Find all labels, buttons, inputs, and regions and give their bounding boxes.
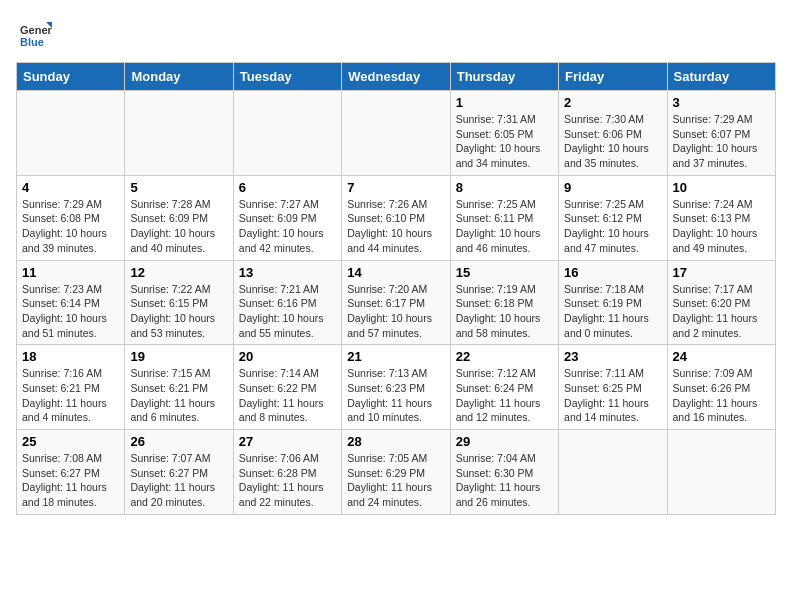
- day-number: 8: [456, 180, 553, 195]
- day-info: Sunrise: 7:19 AMSunset: 6:18 PMDaylight:…: [456, 282, 553, 341]
- day-info: Sunrise: 7:15 AMSunset: 6:21 PMDaylight:…: [130, 366, 227, 425]
- day-number: 16: [564, 265, 661, 280]
- day-info: Sunrise: 7:16 AMSunset: 6:21 PMDaylight:…: [22, 366, 119, 425]
- header-tuesday: Tuesday: [233, 63, 341, 91]
- day-info: Sunrise: 7:18 AMSunset: 6:19 PMDaylight:…: [564, 282, 661, 341]
- day-number: 15: [456, 265, 553, 280]
- day-number: 20: [239, 349, 336, 364]
- day-info: Sunrise: 7:12 AMSunset: 6:24 PMDaylight:…: [456, 366, 553, 425]
- day-info: Sunrise: 7:23 AMSunset: 6:14 PMDaylight:…: [22, 282, 119, 341]
- day-info: Sunrise: 7:25 AMSunset: 6:12 PMDaylight:…: [564, 197, 661, 256]
- calendar-week-row: 18Sunrise: 7:16 AMSunset: 6:21 PMDayligh…: [17, 345, 776, 430]
- calendar-cell: 11Sunrise: 7:23 AMSunset: 6:14 PMDayligh…: [17, 260, 125, 345]
- calendar-cell: 29Sunrise: 7:04 AMSunset: 6:30 PMDayligh…: [450, 430, 558, 515]
- calendar-cell: 3Sunrise: 7:29 AMSunset: 6:07 PMDaylight…: [667, 91, 775, 176]
- calendar-cell: [125, 91, 233, 176]
- logo-bird-icon: General Blue: [16, 16, 52, 52]
- day-number: 23: [564, 349, 661, 364]
- calendar-cell: 14Sunrise: 7:20 AMSunset: 6:17 PMDayligh…: [342, 260, 450, 345]
- day-info: Sunrise: 7:09 AMSunset: 6:26 PMDaylight:…: [673, 366, 770, 425]
- calendar-cell: 27Sunrise: 7:06 AMSunset: 6:28 PMDayligh…: [233, 430, 341, 515]
- calendar-cell: 16Sunrise: 7:18 AMSunset: 6:19 PMDayligh…: [559, 260, 667, 345]
- day-number: 27: [239, 434, 336, 449]
- day-info: Sunrise: 7:24 AMSunset: 6:13 PMDaylight:…: [673, 197, 770, 256]
- calendar-cell: 6Sunrise: 7:27 AMSunset: 6:09 PMDaylight…: [233, 175, 341, 260]
- day-number: 25: [22, 434, 119, 449]
- day-number: 4: [22, 180, 119, 195]
- svg-text:General: General: [20, 24, 52, 36]
- day-info: Sunrise: 7:05 AMSunset: 6:29 PMDaylight:…: [347, 451, 444, 510]
- day-number: 26: [130, 434, 227, 449]
- header-sunday: Sunday: [17, 63, 125, 91]
- day-info: Sunrise: 7:27 AMSunset: 6:09 PMDaylight:…: [239, 197, 336, 256]
- calendar-week-row: 4Sunrise: 7:29 AMSunset: 6:08 PMDaylight…: [17, 175, 776, 260]
- calendar-cell: 28Sunrise: 7:05 AMSunset: 6:29 PMDayligh…: [342, 430, 450, 515]
- header-thursday: Thursday: [450, 63, 558, 91]
- calendar-cell: 20Sunrise: 7:14 AMSunset: 6:22 PMDayligh…: [233, 345, 341, 430]
- day-info: Sunrise: 7:04 AMSunset: 6:30 PMDaylight:…: [456, 451, 553, 510]
- calendar-week-row: 11Sunrise: 7:23 AMSunset: 6:14 PMDayligh…: [17, 260, 776, 345]
- svg-text:Blue: Blue: [20, 36, 44, 48]
- day-number: 12: [130, 265, 227, 280]
- calendar-cell: 7Sunrise: 7:26 AMSunset: 6:10 PMDaylight…: [342, 175, 450, 260]
- header-monday: Monday: [125, 63, 233, 91]
- day-info: Sunrise: 7:31 AMSunset: 6:05 PMDaylight:…: [456, 112, 553, 171]
- day-number: 3: [673, 95, 770, 110]
- day-number: 19: [130, 349, 227, 364]
- header-wednesday: Wednesday: [342, 63, 450, 91]
- calendar-cell: 22Sunrise: 7:12 AMSunset: 6:24 PMDayligh…: [450, 345, 558, 430]
- calendar-cell: 1Sunrise: 7:31 AMSunset: 6:05 PMDaylight…: [450, 91, 558, 176]
- day-number: 9: [564, 180, 661, 195]
- calendar-cell: 18Sunrise: 7:16 AMSunset: 6:21 PMDayligh…: [17, 345, 125, 430]
- day-number: 24: [673, 349, 770, 364]
- day-number: 21: [347, 349, 444, 364]
- day-info: Sunrise: 7:07 AMSunset: 6:27 PMDaylight:…: [130, 451, 227, 510]
- day-info: Sunrise: 7:29 AMSunset: 6:07 PMDaylight:…: [673, 112, 770, 171]
- day-info: Sunrise: 7:20 AMSunset: 6:17 PMDaylight:…: [347, 282, 444, 341]
- calendar-header-row: SundayMondayTuesdayWednesdayThursdayFrid…: [17, 63, 776, 91]
- day-info: Sunrise: 7:30 AMSunset: 6:06 PMDaylight:…: [564, 112, 661, 171]
- day-info: Sunrise: 7:06 AMSunset: 6:28 PMDaylight:…: [239, 451, 336, 510]
- calendar-week-row: 1Sunrise: 7:31 AMSunset: 6:05 PMDaylight…: [17, 91, 776, 176]
- calendar-week-row: 25Sunrise: 7:08 AMSunset: 6:27 PMDayligh…: [17, 430, 776, 515]
- calendar-cell: 13Sunrise: 7:21 AMSunset: 6:16 PMDayligh…: [233, 260, 341, 345]
- day-info: Sunrise: 7:14 AMSunset: 6:22 PMDaylight:…: [239, 366, 336, 425]
- calendar-cell: 12Sunrise: 7:22 AMSunset: 6:15 PMDayligh…: [125, 260, 233, 345]
- day-number: 7: [347, 180, 444, 195]
- day-number: 17: [673, 265, 770, 280]
- calendar-cell: 5Sunrise: 7:28 AMSunset: 6:09 PMDaylight…: [125, 175, 233, 260]
- day-number: 2: [564, 95, 661, 110]
- calendar-cell: 26Sunrise: 7:07 AMSunset: 6:27 PMDayligh…: [125, 430, 233, 515]
- day-number: 14: [347, 265, 444, 280]
- day-info: Sunrise: 7:26 AMSunset: 6:10 PMDaylight:…: [347, 197, 444, 256]
- day-info: Sunrise: 7:25 AMSunset: 6:11 PMDaylight:…: [456, 197, 553, 256]
- calendar-cell: [667, 430, 775, 515]
- day-number: 11: [22, 265, 119, 280]
- day-number: 13: [239, 265, 336, 280]
- day-number: 10: [673, 180, 770, 195]
- calendar-table: SundayMondayTuesdayWednesdayThursdayFrid…: [16, 62, 776, 515]
- day-info: Sunrise: 7:21 AMSunset: 6:16 PMDaylight:…: [239, 282, 336, 341]
- calendar-cell: 17Sunrise: 7:17 AMSunset: 6:20 PMDayligh…: [667, 260, 775, 345]
- header-saturday: Saturday: [667, 63, 775, 91]
- calendar-cell: 21Sunrise: 7:13 AMSunset: 6:23 PMDayligh…: [342, 345, 450, 430]
- day-number: 22: [456, 349, 553, 364]
- day-info: Sunrise: 7:28 AMSunset: 6:09 PMDaylight:…: [130, 197, 227, 256]
- calendar-cell: [559, 430, 667, 515]
- day-number: 1: [456, 95, 553, 110]
- day-number: 6: [239, 180, 336, 195]
- day-number: 18: [22, 349, 119, 364]
- calendar-cell: [233, 91, 341, 176]
- day-info: Sunrise: 7:11 AMSunset: 6:25 PMDaylight:…: [564, 366, 661, 425]
- day-info: Sunrise: 7:29 AMSunset: 6:08 PMDaylight:…: [22, 197, 119, 256]
- calendar-cell: 4Sunrise: 7:29 AMSunset: 6:08 PMDaylight…: [17, 175, 125, 260]
- day-number: 5: [130, 180, 227, 195]
- logo: General Blue: [16, 16, 52, 52]
- calendar-cell: 23Sunrise: 7:11 AMSunset: 6:25 PMDayligh…: [559, 345, 667, 430]
- day-info: Sunrise: 7:22 AMSunset: 6:15 PMDaylight:…: [130, 282, 227, 341]
- calendar-cell: 2Sunrise: 7:30 AMSunset: 6:06 PMDaylight…: [559, 91, 667, 176]
- day-number: 29: [456, 434, 553, 449]
- day-info: Sunrise: 7:08 AMSunset: 6:27 PMDaylight:…: [22, 451, 119, 510]
- header-friday: Friday: [559, 63, 667, 91]
- day-info: Sunrise: 7:17 AMSunset: 6:20 PMDaylight:…: [673, 282, 770, 341]
